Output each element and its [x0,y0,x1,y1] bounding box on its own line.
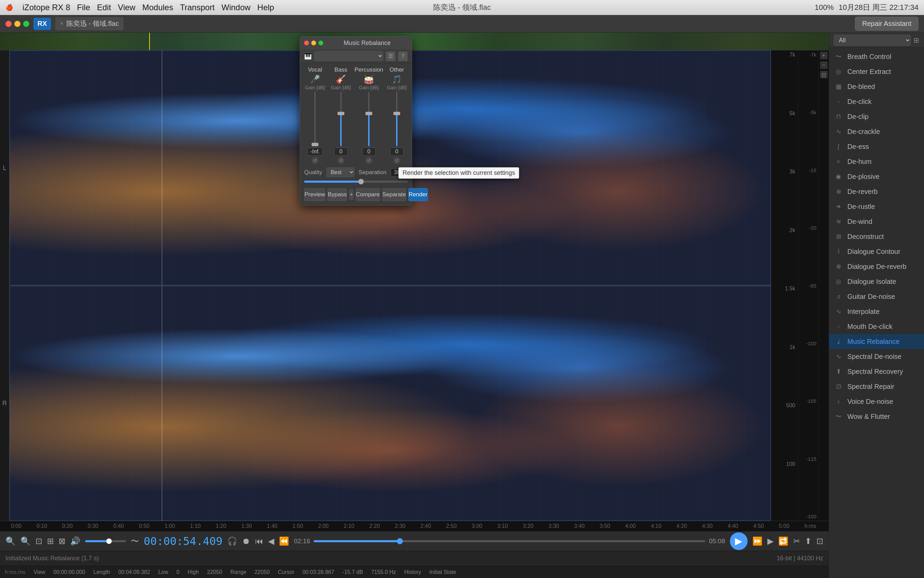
repair-assistant-button[interactable]: Repair Assistant [855,17,919,31]
percussion-fader-handle[interactable] [366,112,372,115]
dialog-close-button[interactable] [304,41,309,45]
clip-icon[interactable]: ✂ [793,536,800,546]
zoom-all-icon[interactable]: ⊠ [58,536,65,546]
play-button[interactable]: ▶ [730,533,748,550]
percussion-value[interactable]: 0 [362,148,375,156]
zoom-in-icon[interactable]: 🔍 [5,536,16,546]
skip-start-icon[interactable]: ⏮ [255,536,263,546]
volume-slider[interactable] [85,540,126,542]
preview-button[interactable]: Preview [304,188,325,201]
module-item-guitar-de-noise[interactable]: ♬ Guitar De-noise [829,289,924,304]
module-item-center-extract[interactable]: ◎ Center Extract [829,64,924,79]
module-item-mouth-de-click[interactable]: ◦ Mouth De-click [829,319,924,334]
preset-help-button[interactable]: ? [398,52,408,61]
module-item-interpolate[interactable]: ∿ Interpolate [829,304,924,319]
monitor-icon[interactable]: 🎧 [227,536,237,546]
bass-value[interactable]: 0 [334,148,348,156]
zoom-in-btn[interactable]: + [820,52,828,59]
separation-slider[interactable] [304,180,408,183]
other-fader-track[interactable] [396,92,398,146]
module-item-voice-de-noise[interactable]: ♪ Voice De-noise [829,394,924,409]
module-item-spectral-de-noise[interactable]: ∿ Spectral De-noise [829,349,924,364]
spectrogram-container[interactable]: L R [0,50,829,521]
apple-logo[interactable]: 🍎 [5,4,13,11]
separate-button[interactable]: Separate [382,188,406,201]
bypass-button[interactable]: Bypass [327,188,347,201]
minimize-button[interactable] [14,21,20,27]
render-button[interactable]: Render [408,188,428,201]
progress-handle[interactable] [397,538,403,544]
module-item-de-clip[interactable]: ⊓ De-clip [829,109,924,124]
back-icon[interactable]: ◀ [268,536,274,546]
module-item-breath-control[interactable]: 〜 Breath Control [829,49,924,64]
other-value[interactable]: 0 [390,148,404,156]
separation-handle[interactable] [358,179,364,184]
record-icon[interactable]: ⏺ [242,536,250,546]
module-item-dialogue-isolate[interactable]: ◎ Dialogue Isolate [829,274,924,289]
loop-icon[interactable]: 🔁 [778,536,788,546]
vocal-fader-handle[interactable] [312,143,319,146]
dialog-minimize-button[interactable] [311,41,316,45]
percussion-reset-button[interactable]: ↺ [366,157,372,164]
modules-filter-select[interactable]: All [834,35,911,45]
volume-handle[interactable] [106,539,112,544]
forward-fast-icon[interactable]: ⏩ [752,536,762,546]
close-button[interactable] [5,21,11,27]
progress-track[interactable] [314,540,706,542]
add-button[interactable]: + [349,189,354,200]
volume-icon[interactable]: 🔊 [70,536,80,546]
other-reset-button[interactable]: ↺ [393,157,400,164]
menu-edit[interactable]: Edit [97,3,111,12]
percussion-fader-track[interactable] [368,92,369,146]
zoom-fit-icon[interactable]: ⊡ [36,536,42,546]
module-item-de-rustle[interactable]: ❧ De-rustle [829,199,924,214]
batch-icon[interactable]: ⊡ [816,536,823,546]
fullscreen-button[interactable] [23,21,29,27]
bass-reset-button[interactable]: ↺ [338,157,344,164]
module-item-spectral-recovery[interactable]: ⬆ Spectral Recovery [829,364,924,379]
other-fader-handle[interactable] [393,112,400,115]
file-tab-close[interactable]: × [60,20,64,27]
menu-window[interactable]: Window [222,3,250,12]
module-item-deconstruct[interactable]: ⊞ Deconstruct [829,229,924,244]
preset-menu-button[interactable]: ☰ [386,52,395,61]
preset-select[interactable] [314,51,383,61]
forward-icon[interactable]: ▶ [767,536,774,546]
file-tab[interactable]: × 陈奕迅 - 领域.flac [55,17,124,30]
zoom-out-icon[interactable]: 🔍 [20,536,31,546]
waveform-icon[interactable]: 〜 [131,536,139,547]
zoom-fit-btn[interactable]: ⊡ [820,71,828,78]
vocal-reset-button[interactable]: ↺ [312,157,319,164]
quality-select[interactable]: Best Better Good [326,167,354,177]
menu-view[interactable]: View [118,3,136,12]
menu-help[interactable]: Help [257,3,274,12]
module-item-de-plosive[interactable]: ◉ De-plosive [829,169,924,184]
module-item-dialogue-de-reverb[interactable]: ⊗ Dialogue De-reverb [829,259,924,274]
overview-bar[interactable] [0,33,829,50]
bass-fader-handle[interactable] [338,112,344,115]
module-item-de-click[interactable]: ◦ De-click [829,94,924,109]
module-item-de-ess[interactable]: ∫ De-ess [829,139,924,154]
module-item-de-hum[interactable]: ≈ De-hum [829,154,924,169]
export-icon[interactable]: ⬆ [805,536,812,546]
module-item-dialogue-contour[interactable]: ⌇ Dialogue Contour [829,244,924,259]
module-item-de-reverb[interactable]: ⊗ De-reverb [829,184,924,199]
module-item-spectral-repair[interactable]: ⊡ Spectral Repair [829,379,924,394]
menu-modules[interactable]: Modules [142,3,173,12]
compare-button[interactable]: Compare [356,188,380,201]
menu-app-name[interactable]: iZotope RX 8 [23,3,70,12]
module-item-wow-flutter[interactable]: 〜 Wow & Flutter [829,409,924,424]
module-item-de-crackle[interactable]: ∿ De-crackle [829,124,924,139]
module-item-de-wind[interactable]: ≋ De-wind [829,214,924,229]
back-fast-icon[interactable]: ⏪ [279,536,289,546]
bass-fader-track[interactable] [340,92,341,146]
vocal-fader-track[interactable] [314,92,316,146]
modules-grid-button[interactable]: ⊞ [913,36,919,44]
module-item-de-bleed[interactable]: ▦ De-bleed [829,79,924,94]
dialog-zoom-button[interactable] [319,41,323,45]
spectrogram-right[interactable] [10,286,771,521]
menu-transport[interactable]: Transport [180,3,215,12]
zoom-sel-icon[interactable]: ⊞ [47,536,54,546]
menu-file[interactable]: File [77,3,90,12]
zoom-out-btn[interactable]: − [820,61,828,69]
